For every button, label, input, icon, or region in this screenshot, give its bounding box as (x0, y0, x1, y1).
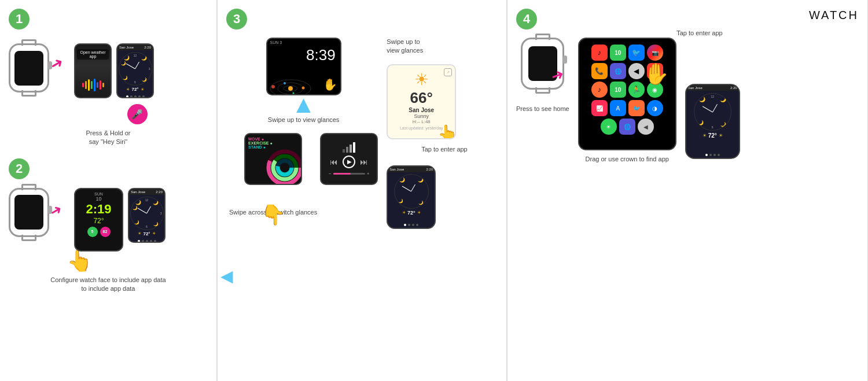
weather-updated: Last updated: yesterday (400, 126, 443, 130)
loc-label-4: San Jose (688, 86, 703, 90)
svg-point-5 (301, 87, 304, 90)
swipe-up-caption: Swipe up to view glances (268, 116, 340, 124)
app-grid-screen: ♪ 10 🐦 📷 📞 🌐 ◀ ✉ ♪ 10 🏃 ◉ 📈 A 🐦 (578, 38, 676, 150)
tap-hand-4: ✋ (643, 62, 670, 86)
siri-text: Open weather app (77, 49, 109, 60)
section-3: 3 SUN 3 8:39 (218, 0, 507, 381)
temp-label-4: 72° (708, 132, 717, 139)
drag-caption: Drag or use crown to find app (586, 155, 669, 164)
section-1: 1 ➜ Open weather app (0, 0, 217, 381)
location-label-2: San Jose (131, 190, 145, 194)
time-label-1: 2:20 (144, 46, 151, 49)
caption-1b: say "Hey Siri" (9, 138, 208, 146)
time-label-2: 2:20 (156, 190, 163, 194)
weather-watch-screen-1: San Jose 2:20 🌙 🌙 🌙 🌙 🌙 (116, 43, 154, 98)
hand-icon-3: 👇 (261, 203, 285, 226)
step-number-2: 2 (9, 158, 30, 179)
date-label: 10 (95, 196, 101, 202)
weather-city-glance: San Jose (409, 107, 434, 113)
temp-label-2: 72° (143, 231, 150, 236)
tap-hand-glance: 👆 (437, 124, 456, 139)
badges: 5 82 (87, 227, 111, 237)
temp-s2: 72° (93, 217, 104, 225)
brand-text: WATCH (809, 9, 859, 22)
svg-point-3 (288, 86, 293, 91)
weather-hl: H:-- L:48 (413, 119, 431, 124)
weather-watch-screen-2: San Jose 2:20 🌙 🌙 🌙 🌙 🌙 12 6 3 (128, 188, 165, 243)
caption-1a: Press & Hold or (9, 129, 208, 138)
section-4: WATCH 4 ➜ Press to see home Tap to enter… (507, 0, 868, 381)
swipe-up-label: Swipe up toview glances (387, 38, 423, 56)
caption-2: Configure watch face to include app data (9, 276, 208, 284)
main-time: 2:19 (86, 202, 111, 217)
time-screen-2: SUN 10 2:19 72° 5 82 (74, 188, 123, 251)
weather-temp-glance: 66° (410, 89, 433, 107)
music-screen: ⏮ ▶ ⏭ − + (320, 133, 378, 185)
step-number-3: 3 (226, 9, 247, 29)
svg-point-7 (292, 93, 294, 94)
solar-screen: SUN 3 8:39 ✋ (266, 38, 341, 95)
mic-button[interactable]: 🎤 (127, 104, 148, 124)
caption-2b: to include app data (9, 284, 208, 293)
time-label-4: 2:20 (730, 86, 737, 90)
weather-watch-4: San Jose 2:20 🌙 🌙 🌙 🌙 12 6 (685, 84, 740, 159)
location-label-1: San Jose (119, 46, 134, 49)
swipe-hand-icon: ✋ (323, 77, 337, 91)
day-label: SUN (94, 192, 103, 196)
svg-point-6 (284, 82, 286, 84)
step-number-4: 4 (516, 9, 537, 29)
time-label-3: 2:20 (426, 168, 433, 171)
activity-rings-svg (266, 149, 302, 185)
watch-outline-1 (9, 43, 49, 93)
press-caption: Press to see home (516, 105, 569, 113)
weather-watch-small-3: San Jose 2:20 🌙 🌙 🌙 🌙 ☀ (387, 165, 436, 229)
loc-label-3: San Jose (389, 168, 404, 171)
hand-icon-2: 👆 (67, 249, 208, 273)
swipe-left-arrow: ◀ (220, 267, 233, 286)
temp-label-1: 72° (131, 87, 138, 92)
siri-screen: Open weather app (74, 43, 112, 98)
swipe-up-arrow: ▲ (292, 93, 316, 117)
step-number-1: 1 (9, 9, 30, 29)
apple-watch-brand: WATCH (806, 9, 859, 22)
weather-condition: Sunny (414, 113, 429, 119)
badge-steps: 82 (100, 227, 111, 237)
svg-point-4 (271, 85, 275, 88)
activity-screen: MOVE ● EXERCISE ● STAND ● (244, 133, 302, 185)
arrow-icon-2: ➜ (47, 201, 65, 220)
tap-caption-3: Tap to enter app (421, 145, 468, 154)
weather-glance: ↗ ☀ 66° San Jose Sunny H:-- L:48 Last up… (387, 64, 456, 139)
badge-activity: 5 (87, 227, 98, 237)
siri-wave (79, 76, 107, 94)
tap-caption-4: Tap to enter app (676, 29, 723, 38)
arrow-icon-1: ➜ (47, 53, 67, 75)
date-display-3: SUN 3 (267, 39, 340, 46)
